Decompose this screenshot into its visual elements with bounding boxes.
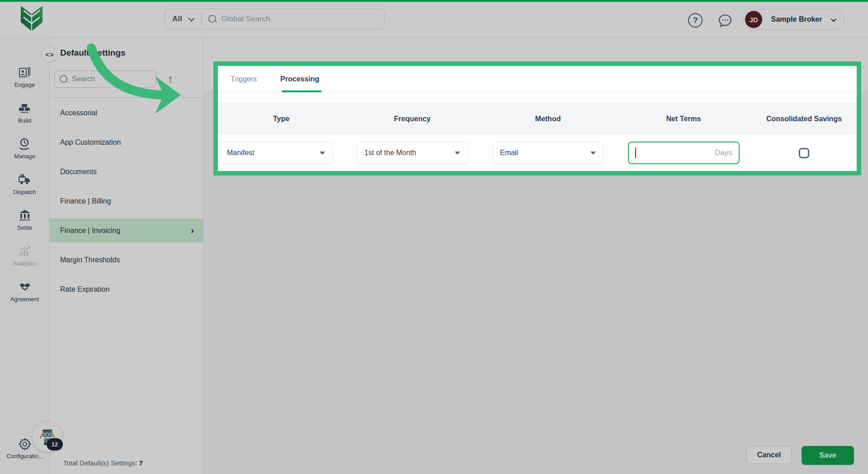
engage-icon xyxy=(18,66,31,79)
sidebar-item-label: Manage xyxy=(14,153,35,160)
sidebar-item-label: Dispatch xyxy=(13,189,36,195)
active-tab-indicator xyxy=(282,90,321,92)
sidebar-item-label: Settle xyxy=(17,224,32,231)
top-bar: All ? JD Sample Broker xyxy=(0,2,868,38)
sidebar-item-agreement[interactable]: Agreement xyxy=(10,280,39,303)
tab-bar: Triggers Processing xyxy=(218,66,857,93)
list-item-app-customization[interactable]: App Customization xyxy=(50,130,203,154)
type-select[interactable]: Manifest xyxy=(219,142,333,164)
sidebar-item-manage[interactable]: Manage xyxy=(14,137,35,160)
list-item-accessorial[interactable]: Accessorial xyxy=(50,101,203,125)
sidebar-item-analytics[interactable]: Analytics xyxy=(13,245,36,267)
sidebar-item-engage[interactable]: Engage xyxy=(14,66,35,88)
highlighted-invoicing-settings: Triggers Processing Type Frequency Metho… xyxy=(213,62,861,175)
sidebar-item-label: Analytics xyxy=(13,260,36,267)
form-actions: Cancel Save xyxy=(746,446,854,465)
global-search-bar: All xyxy=(165,9,385,29)
search-icon xyxy=(59,75,68,84)
user-menu[interactable]: JD Sample Broker xyxy=(742,9,844,30)
net-terms-suffix: Days xyxy=(715,148,732,157)
list-item-finance-invoicing[interactable]: Finance | Invoicing› xyxy=(50,218,203,242)
list-item-documents[interactable]: Documents xyxy=(50,160,203,184)
global-search-input[interactable] xyxy=(222,14,377,24)
method-select[interactable]: Email xyxy=(492,142,604,164)
sidebar-item-label: Build xyxy=(18,117,31,124)
net-terms-input[interactable]: Days xyxy=(628,142,740,164)
dispatch-icon xyxy=(18,173,31,186)
cancel-button[interactable]: Cancel xyxy=(746,446,792,464)
primary-sidebar: Engage Build Manage Dispatch Settle Anal… xyxy=(0,38,50,474)
sidebar-item-label: Agreement xyxy=(10,296,39,303)
column-frequency: Frequency xyxy=(344,115,480,123)
settings-count-value: 7 xyxy=(139,459,143,467)
search-icon xyxy=(208,14,217,24)
sidebar-item-label: Configuratio... xyxy=(7,453,43,460)
chevron-down-icon xyxy=(320,152,325,155)
frequency-select[interactable]: 1st of the Month xyxy=(357,142,468,164)
settle-icon xyxy=(19,209,31,222)
list-item-rate-expiration[interactable]: Rate Expiration xyxy=(50,277,203,301)
column-net-terms: Net Terms xyxy=(616,115,751,123)
sidebar-item-build[interactable]: Build xyxy=(18,102,31,124)
search-scope-dropdown[interactable]: All xyxy=(172,14,193,24)
settings-count: Total Default(s) Settings: 7 xyxy=(63,459,143,467)
list-item-finance-billing[interactable]: Finance | Billing xyxy=(50,189,203,213)
chat-icon[interactable] xyxy=(717,13,733,28)
chevron-right-icon: › xyxy=(191,225,194,236)
agreement-icon xyxy=(19,280,31,293)
column-consolidated-savings: Consolidated Savings xyxy=(751,115,857,123)
column-type: Type xyxy=(218,115,344,123)
settings-panel: Default Settings ↑ Accessorial App Custo… xyxy=(50,38,203,474)
help-icon[interactable]: ? xyxy=(688,13,703,28)
chevron-down-icon xyxy=(188,15,194,22)
user-name: Sample Broker xyxy=(762,15,831,24)
sidebar-item-dispatch[interactable]: Dispatch xyxy=(13,173,36,195)
list-item-margin-thresholds[interactable]: Margin Thresholds xyxy=(50,248,203,272)
text-cursor xyxy=(635,147,636,158)
search-scope-label: All xyxy=(172,14,182,24)
tab-triggers[interactable]: Triggers xyxy=(231,66,257,92)
tab-processing[interactable]: Processing xyxy=(280,66,319,92)
analytics-icon xyxy=(19,245,31,257)
avatar: JD xyxy=(745,11,762,28)
settings-search-bar xyxy=(54,71,156,88)
search-divider xyxy=(201,13,202,25)
consolidated-savings-checkbox[interactable] xyxy=(799,148,809,158)
sidebar-item-settle[interactable]: Settle xyxy=(17,209,32,231)
page-title: Default Settings xyxy=(60,48,126,58)
spacer xyxy=(218,93,857,103)
table-header: Type Frequency Method Net Terms Consolid… xyxy=(218,103,857,135)
table-row: Manifest 1st of the Month Email Days xyxy=(218,135,857,171)
settings-search-input[interactable] xyxy=(72,75,165,83)
notification-badge[interactable]: 12 xyxy=(47,438,63,450)
settings-list: Accessorial App Customization Documents … xyxy=(50,101,203,307)
column-method: Method xyxy=(480,115,616,123)
gear-icon xyxy=(19,438,31,450)
save-button[interactable]: Save xyxy=(802,446,854,465)
chevron-down-icon xyxy=(455,152,460,155)
collapse-panel-button[interactable]: <> xyxy=(42,46,58,62)
chevron-down-icon xyxy=(590,152,596,155)
divider xyxy=(50,97,203,98)
app-logo-icon[interactable] xyxy=(19,5,44,33)
sort-ascending-icon[interactable]: ↑ xyxy=(163,71,178,87)
chevron-down-icon xyxy=(831,16,837,22)
sidebar-item-label: Engage xyxy=(14,81,35,88)
build-icon xyxy=(18,102,31,114)
manage-icon xyxy=(18,137,31,150)
